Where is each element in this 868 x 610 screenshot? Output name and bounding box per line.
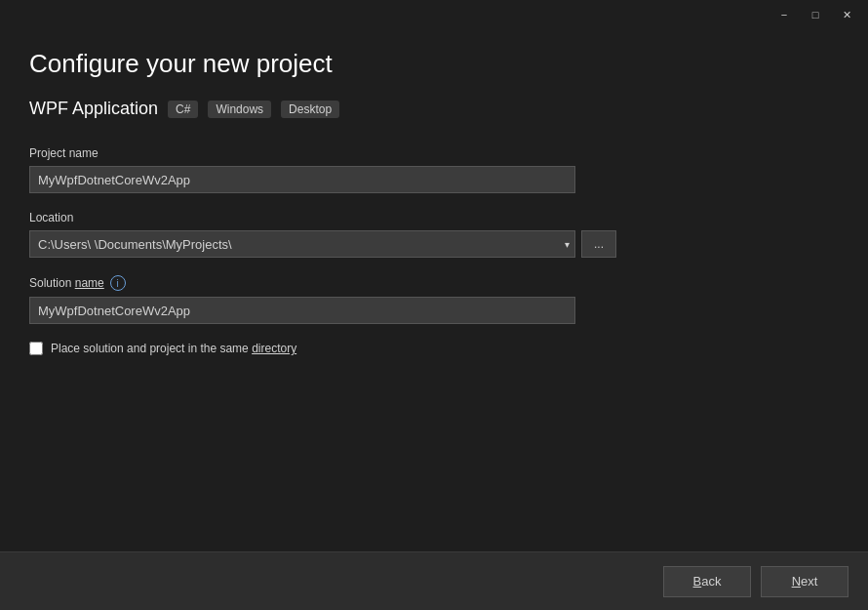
- location-row: C:\Users\ \Documents\MyProjects\ ...: [29, 230, 839, 258]
- project-type-row: WPF Application C# Windows Desktop: [29, 99, 839, 119]
- browse-button[interactable]: ...: [581, 230, 616, 258]
- minimize-button[interactable]: −: [770, 5, 798, 24]
- location-field-group: Location C:\Users\ \Documents\MyProjects…: [29, 211, 839, 258]
- project-type-name: WPF Application: [29, 99, 158, 119]
- maximize-button[interactable]: □: [802, 5, 829, 24]
- location-label: Location: [29, 211, 839, 224]
- same-directory-checkbox[interactable]: [29, 342, 43, 355]
- title-bar: − □ ✕: [0, 0, 868, 29]
- next-button[interactable]: Next: [761, 566, 848, 597]
- footer: Back Next: [0, 551, 868, 610]
- close-button[interactable]: ✕: [833, 5, 860, 24]
- solution-name-input[interactable]: [29, 297, 575, 324]
- tag-csharp: C#: [168, 101, 198, 118]
- same-directory-row: Place solution and project in the same d…: [29, 342, 839, 355]
- back-button[interactable]: Back: [663, 566, 751, 597]
- same-directory-label: Place solution and project in the same d…: [51, 342, 296, 355]
- location-select[interactable]: C:\Users\ \Documents\MyProjects\: [29, 230, 575, 258]
- tag-windows: Windows: [208, 101, 271, 118]
- project-name-input[interactable]: [29, 166, 575, 193]
- project-name-label: Project name: [29, 146, 839, 160]
- solution-name-field-group: Solution name i: [29, 275, 839, 324]
- page-title: Configure your new project: [29, 49, 839, 79]
- solution-name-label: Solution name i: [29, 275, 839, 291]
- tag-desktop: Desktop: [281, 101, 339, 118]
- location-select-wrapper: C:\Users\ \Documents\MyProjects\: [29, 230, 575, 258]
- solution-name-label-text: Solution name: [29, 276, 104, 290]
- project-name-field-group: Project name: [29, 146, 839, 193]
- back-label: Back: [693, 574, 722, 589]
- next-label: Next: [792, 574, 818, 589]
- main-content: Configure your new project WPF Applicati…: [0, 29, 868, 375]
- info-icon: i: [110, 275, 126, 291]
